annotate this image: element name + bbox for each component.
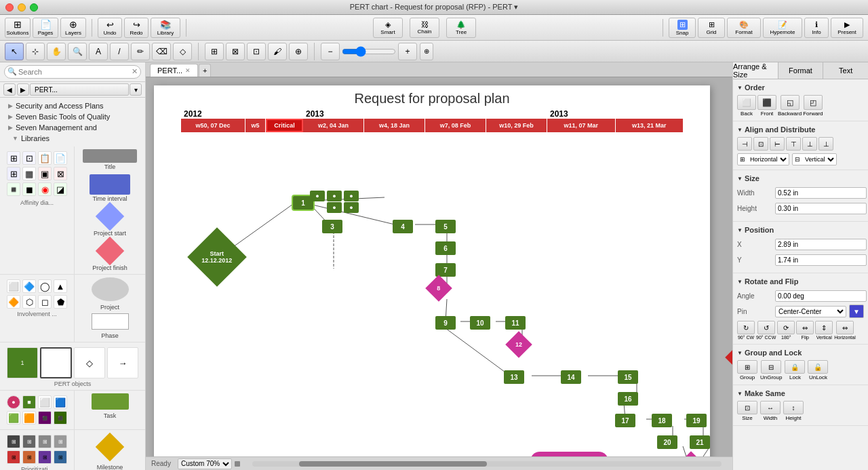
shape-cell[interactable]: 📄 (54, 151, 67, 165)
align-bottom-btn[interactable]: ⊥ (818, 137, 833, 151)
make-same-height-btn[interactable]: ↕ Height (783, 401, 804, 421)
shape-cell[interactable]: ◪ (54, 182, 67, 196)
align-right-btn[interactable]: ⊢ (770, 137, 785, 151)
flip-vertical-btn[interactable]: ⇕ Vertical (815, 321, 833, 340)
prio-shape-cell[interactable]: ⊞ (7, 450, 20, 464)
order-backward-btn[interactable]: ◱ Backward (778, 95, 802, 117)
node-9[interactable]: 9 (435, 316, 456, 330)
zoom-fit-button[interactable]: ⊕ (420, 43, 433, 60)
align-top-btn[interactable]: ⊤ (786, 137, 801, 151)
node-2-b[interactable]: ● (327, 191, 342, 201)
shape-cell[interactable]: 🔶 (7, 295, 20, 309)
sidebar-item-seven-basic[interactable]: ▶ Seven Basic Tools of Quality (0, 111, 145, 122)
prio-shape-cell[interactable]: ⊞ (54, 450, 67, 464)
tab-arrange-size[interactable]: Arrange & Size (733, 62, 778, 79)
tab-text[interactable]: Text (823, 62, 868, 79)
fullscreen-icon[interactable] (235, 461, 240, 467)
shape-cell[interactable]: ⊠ (54, 167, 67, 180)
order-collapse-icon[interactable]: ▼ (737, 85, 743, 91)
task-shape-cell[interactable]: 🟧 (22, 411, 36, 425)
shape-cell[interactable]: ⬡ (22, 295, 36, 309)
task-shape-cell[interactable]: ⬜ (38, 395, 52, 409)
pin-confirm-btn[interactable]: ▼ (849, 305, 864, 318)
node-10[interactable]: 10 (470, 316, 490, 330)
task-shape-cell[interactable]: ◾ (38, 411, 52, 425)
distribute-tool[interactable]: ⊠ (226, 43, 245, 60)
select-sub-tool[interactable]: ⊹ (26, 43, 45, 60)
task-shape-cell[interactable]: ◾ (54, 411, 67, 425)
prio-shape-cell[interactable]: ⊞ (22, 435, 36, 448)
width-input[interactable] (775, 187, 867, 199)
flip-btn[interactable]: ⇔ Flip (796, 321, 814, 340)
node-3[interactable]: 3 (322, 220, 342, 233)
rotate-90ccw-btn[interactable]: ↺ 90° CCW (756, 321, 776, 340)
task-shape-cell[interactable]: 🟩 (7, 411, 20, 425)
line-tool[interactable]: / (110, 43, 129, 60)
pert-shape-cell[interactable]: 1 (7, 347, 38, 378)
node-11[interactable]: 11 (505, 316, 526, 330)
shape-cell[interactable]: 🔷 (22, 279, 36, 293)
chain-button[interactable]: ⛓ Chain (410, 18, 439, 38)
redo-button[interactable]: ↪ Redo (124, 18, 149, 38)
shape-cell[interactable]: ▦ (22, 167, 36, 180)
x-input[interactable] (775, 239, 867, 250)
horizontal-scrollbar[interactable] (252, 461, 722, 467)
pert-shape-cell[interactable]: ◇ (74, 347, 105, 378)
zoom-slider[interactable] (342, 47, 396, 56)
shape-cell[interactable]: ▣ (38, 167, 52, 180)
close-button[interactable] (5, 3, 14, 12)
eraser-tool[interactable]: ⌫ (152, 43, 171, 60)
tab-close-icon[interactable]: ✕ (185, 67, 191, 74)
node-15[interactable]: 15 (618, 370, 638, 384)
shape-cell[interactable]: ◻ (38, 295, 52, 309)
smart-button[interactable]: ◈ Smart (373, 18, 403, 38)
node-2-e[interactable]: ● (344, 202, 359, 213)
align-center-btn[interactable]: ⊡ (753, 137, 768, 151)
link-style-tool[interactable]: ⊕ (289, 43, 308, 60)
order-forward-btn[interactable]: ◰ Forward (803, 95, 823, 117)
canvas-tab-pert[interactable]: PERT... ✕ (150, 64, 198, 77)
format-button[interactable]: 🎨 Format (727, 18, 761, 38)
node-17[interactable]: 17 (615, 414, 635, 427)
node-2-a[interactable]: ● (310, 191, 325, 201)
node-20[interactable]: 20 (657, 435, 677, 449)
order-back-btn[interactable]: ⬜ Back (737, 95, 756, 117)
pert-shape-cell[interactable]: → (107, 347, 138, 378)
prio-shape-cell[interactable]: ⊞ (7, 435, 20, 448)
node-19[interactable]: 19 (686, 414, 707, 427)
node-18[interactable]: 18 (652, 414, 672, 427)
horizontal-select[interactable]: Horizontal (747, 154, 789, 165)
height-input[interactable] (775, 203, 867, 214)
node-5[interactable]: 5 (435, 220, 456, 233)
group-collapse-icon[interactable]: ▼ (737, 350, 743, 356)
select-tool[interactable]: ↖ (5, 43, 24, 60)
angle-input[interactable] (775, 290, 867, 302)
search-clear-icon[interactable]: ✕ (132, 67, 138, 76)
sidebar-item-seven-mgmt[interactable]: ▶ Seven Management and (0, 122, 145, 133)
node-12[interactable]: 12 (505, 331, 532, 358)
node-14[interactable]: 14 (561, 370, 581, 384)
tree-button[interactable]: 🌲 Tree (446, 18, 476, 38)
align-collapse-icon[interactable]: ▼ (737, 127, 743, 133)
task-shape-cell[interactable]: 🟦 (54, 395, 67, 409)
search-input[interactable] (4, 65, 141, 79)
canvas-tab-add[interactable]: + (199, 64, 211, 77)
prio-shape-cell[interactable]: ⊞ (38, 450, 52, 464)
shape-cell[interactable]: ⬟ (54, 295, 67, 309)
rotate-collapse-icon[interactable]: ▼ (737, 279, 743, 285)
canvas-background[interactable]: Request for proposal plan 2012 w50, 07 D… (146, 77, 732, 456)
canvas-drawing-area[interactable]: Request for proposal plan 2012 w50, 07 D… (154, 85, 710, 456)
pert-shape-cell[interactable] (40, 347, 71, 378)
sidebar-item-libraries[interactable]: ▼ Libraries (0, 133, 145, 144)
node-13[interactable]: 13 (504, 370, 524, 384)
minimize-button[interactable] (18, 3, 26, 12)
make-same-size-btn[interactable]: ⊡ Size (737, 401, 757, 421)
snap-button[interactable]: ⊞ Snap (669, 18, 696, 38)
rotate-90cw-btn[interactable]: ↻ 90° CW (737, 321, 755, 340)
flip-horizontal-btn[interactable]: ⇔ Horizontal (834, 321, 856, 340)
shape-cell[interactable]: ◾ (7, 182, 20, 196)
tab-format[interactable]: Format (778, 62, 824, 79)
node-22[interactable]: 22 (677, 451, 705, 456)
zoom-out-button[interactable]: − (321, 43, 340, 60)
shape-cell[interactable]: ◼ (22, 182, 36, 196)
